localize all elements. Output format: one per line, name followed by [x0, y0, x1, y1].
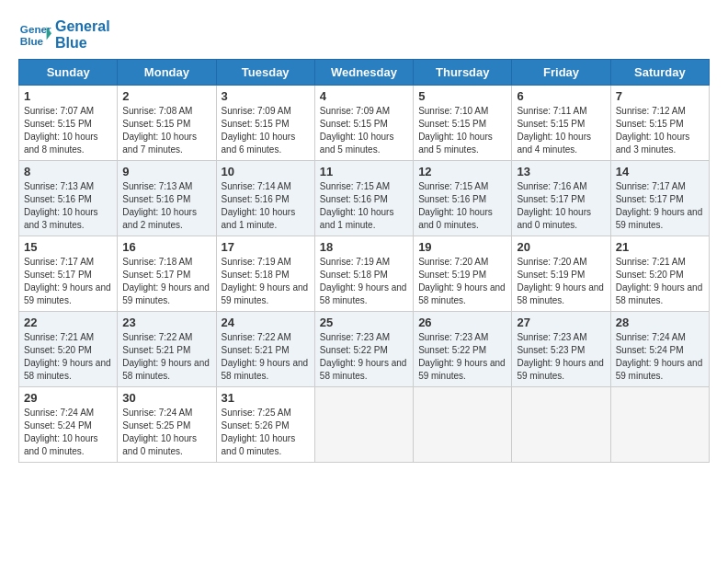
day-info: Sunrise: 7:21 AMSunset: 5:20 PMDaylight:… [24, 331, 112, 383]
day-number: 11 [320, 165, 408, 178]
day-info: Sunrise: 7:23 AMSunset: 5:23 PMDaylight:… [517, 331, 605, 383]
calendar-cell [414, 387, 512, 463]
day-number: 25 [320, 316, 408, 329]
day-info: Sunrise: 7:10 AMSunset: 5:15 PMDaylight:… [418, 105, 506, 156]
day-number: 16 [122, 240, 210, 254]
calendar-cell: 29Sunrise: 7:24 AMSunset: 5:24 PMDayligh… [19, 387, 118, 463]
day-number: 6 [517, 89, 605, 103]
calendar-cell: 17Sunrise: 7:19 AMSunset: 5:18 PMDayligh… [216, 236, 314, 312]
calendar-week-row: 29Sunrise: 7:24 AMSunset: 5:24 PMDayligh… [19, 387, 710, 463]
day-number: 20 [517, 240, 605, 254]
calendar-cell: 19Sunrise: 7:20 AMSunset: 5:19 PMDayligh… [414, 236, 512, 312]
day-info: Sunrise: 7:09 AMSunset: 5:15 PMDaylight:… [222, 105, 310, 156]
day-number: 3 [222, 89, 310, 103]
day-number: 13 [517, 165, 605, 178]
calendar-cell: 1Sunrise: 7:07 AMSunset: 5:15 PMDaylight… [19, 86, 118, 161]
day-info: Sunrise: 7:24 AMSunset: 5:24 PMDaylight:… [616, 331, 704, 383]
day-number: 24 [222, 316, 310, 329]
calendar-cell: 11Sunrise: 7:15 AMSunset: 5:16 PMDayligh… [314, 161, 413, 236]
calendar-cell: 7Sunrise: 7:12 AMSunset: 5:15 PMDaylight… [610, 86, 709, 161]
calendar-cell: 9Sunrise: 7:13 AMSunset: 5:16 PMDaylight… [118, 161, 216, 236]
calendar-cell: 30Sunrise: 7:24 AMSunset: 5:25 PMDayligh… [118, 387, 216, 463]
day-number: 4 [320, 89, 408, 103]
day-number: 19 [418, 240, 506, 254]
calendar-cell: 23Sunrise: 7:22 AMSunset: 5:21 PMDayligh… [118, 312, 216, 387]
day-info: Sunrise: 7:21 AMSunset: 5:20 PMDaylight:… [616, 256, 704, 307]
calendar-day-header: Monday [118, 60, 216, 86]
day-info: Sunrise: 7:17 AMSunset: 5:17 PMDaylight:… [616, 180, 704, 232]
calendar-day-header: Thursday [414, 60, 512, 86]
calendar-week-row: 22Sunrise: 7:21 AMSunset: 5:20 PMDayligh… [19, 312, 710, 387]
logo: General Blue GeneralBlue [18, 18, 110, 52]
day-number: 22 [24, 316, 112, 329]
day-number: 29 [24, 391, 112, 405]
calendar-cell: 18Sunrise: 7:19 AMSunset: 5:18 PMDayligh… [314, 236, 413, 312]
day-info: Sunrise: 7:19 AMSunset: 5:18 PMDaylight:… [320, 256, 408, 307]
svg-text:Blue: Blue [20, 35, 44, 47]
day-number: 12 [418, 165, 506, 178]
day-info: Sunrise: 7:24 AMSunset: 5:25 PMDaylight:… [122, 407, 210, 458]
header: General Blue GeneralBlue [18, 18, 710, 52]
day-number: 10 [222, 165, 310, 178]
day-info: Sunrise: 7:15 AMSunset: 5:16 PMDaylight:… [418, 180, 506, 232]
calendar-cell: 25Sunrise: 7:23 AMSunset: 5:22 PMDayligh… [314, 312, 413, 387]
day-number: 28 [616, 316, 704, 329]
calendar-cell: 24Sunrise: 7:22 AMSunset: 5:21 PMDayligh… [216, 312, 314, 387]
calendar-week-row: 1Sunrise: 7:07 AMSunset: 5:15 PMDaylight… [19, 86, 710, 161]
day-number: 23 [122, 316, 210, 329]
day-info: Sunrise: 7:20 AMSunset: 5:19 PMDaylight:… [418, 256, 506, 307]
day-info: Sunrise: 7:11 AMSunset: 5:15 PMDaylight:… [517, 105, 605, 156]
calendar-cell: 20Sunrise: 7:20 AMSunset: 5:19 PMDayligh… [512, 236, 610, 312]
calendar-cell: 8Sunrise: 7:13 AMSunset: 5:16 PMDaylight… [19, 161, 118, 236]
calendar-cell: 6Sunrise: 7:11 AMSunset: 5:15 PMDaylight… [512, 86, 610, 161]
calendar-cell [610, 387, 709, 463]
calendar-table: SundayMondayTuesdayWednesdayThursdayFrid… [18, 59, 710, 463]
calendar-cell: 31Sunrise: 7:25 AMSunset: 5:26 PMDayligh… [216, 387, 314, 463]
day-number: 17 [222, 240, 310, 254]
day-info: Sunrise: 7:25 AMSunset: 5:26 PMDaylight:… [222, 407, 310, 458]
day-number: 8 [24, 165, 112, 178]
calendar-day-header: Wednesday [314, 60, 413, 86]
day-info: Sunrise: 7:18 AMSunset: 5:17 PMDaylight:… [122, 256, 210, 307]
calendar-cell: 16Sunrise: 7:18 AMSunset: 5:17 PMDayligh… [118, 236, 216, 312]
calendar-cell: 28Sunrise: 7:24 AMSunset: 5:24 PMDayligh… [610, 312, 709, 387]
calendar-cell: 3Sunrise: 7:09 AMSunset: 5:15 PMDaylight… [216, 86, 314, 161]
day-number: 31 [222, 391, 310, 405]
day-number: 14 [616, 165, 704, 178]
calendar-cell: 14Sunrise: 7:17 AMSunset: 5:17 PMDayligh… [610, 161, 709, 236]
calendar-day-header: Sunday [19, 60, 118, 86]
day-info: Sunrise: 7:13 AMSunset: 5:16 PMDaylight:… [24, 180, 112, 232]
day-number: 26 [418, 316, 506, 329]
day-number: 21 [616, 240, 704, 254]
day-info: Sunrise: 7:15 AMSunset: 5:16 PMDaylight:… [320, 180, 408, 232]
calendar-week-row: 15Sunrise: 7:17 AMSunset: 5:17 PMDayligh… [19, 236, 710, 312]
day-number: 27 [517, 316, 605, 329]
calendar-day-header: Saturday [610, 60, 709, 86]
calendar-cell [512, 387, 610, 463]
day-info: Sunrise: 7:08 AMSunset: 5:15 PMDaylight:… [122, 105, 210, 156]
day-number: 1 [24, 89, 112, 103]
calendar-cell: 27Sunrise: 7:23 AMSunset: 5:23 PMDayligh… [512, 312, 610, 387]
day-info: Sunrise: 7:22 AMSunset: 5:21 PMDaylight:… [222, 331, 310, 383]
logo-text: GeneralBlue [55, 18, 110, 51]
day-info: Sunrise: 7:19 AMSunset: 5:18 PMDaylight:… [222, 256, 310, 307]
day-info: Sunrise: 7:23 AMSunset: 5:22 PMDaylight:… [320, 331, 408, 383]
calendar-cell: 22Sunrise: 7:21 AMSunset: 5:20 PMDayligh… [19, 312, 118, 387]
calendar-header-row: SundayMondayTuesdayWednesdayThursdayFrid… [19, 60, 710, 86]
calendar-day-header: Friday [512, 60, 610, 86]
day-number: 15 [24, 240, 112, 254]
calendar-cell: 10Sunrise: 7:14 AMSunset: 5:16 PMDayligh… [216, 161, 314, 236]
day-info: Sunrise: 7:16 AMSunset: 5:17 PMDaylight:… [517, 180, 605, 232]
day-number: 18 [320, 240, 408, 254]
calendar-cell: 26Sunrise: 7:23 AMSunset: 5:22 PMDayligh… [414, 312, 512, 387]
day-number: 7 [616, 89, 704, 103]
calendar-week-row: 8Sunrise: 7:13 AMSunset: 5:16 PMDaylight… [19, 161, 710, 236]
logo-icon: General Blue [18, 18, 51, 52]
day-info: Sunrise: 7:22 AMSunset: 5:21 PMDaylight:… [122, 331, 210, 383]
day-number: 5 [418, 89, 506, 103]
day-info: Sunrise: 7:23 AMSunset: 5:22 PMDaylight:… [418, 331, 506, 383]
calendar-day-header: Tuesday [216, 60, 314, 86]
day-info: Sunrise: 7:13 AMSunset: 5:16 PMDaylight:… [122, 180, 210, 232]
calendar-cell: 4Sunrise: 7:09 AMSunset: 5:15 PMDaylight… [314, 86, 413, 161]
calendar-cell: 12Sunrise: 7:15 AMSunset: 5:16 PMDayligh… [414, 161, 512, 236]
